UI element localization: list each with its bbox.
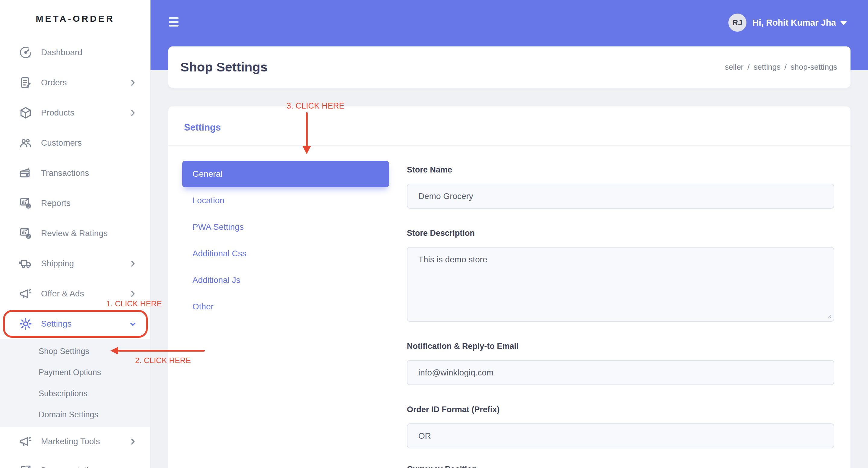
- annotation-arrow-down: [306, 112, 308, 147]
- submenu-item-domain-settings[interactable]: Domain Settings: [0, 404, 150, 425]
- page-title: Shop Settings: [180, 60, 268, 74]
- submenu-item-subscriptions[interactable]: Subscriptions: [0, 383, 150, 404]
- orders-clipboard-icon: [19, 76, 33, 90]
- sidebar-item-label: Reports: [41, 198, 70, 208]
- tab-general[interactable]: General: [182, 161, 389, 187]
- caret-down-icon: [840, 21, 847, 25]
- breadcrumb-separator: /: [747, 62, 749, 72]
- store-name-label: Store Name: [407, 165, 834, 175]
- customers-people-icon: [19, 136, 33, 150]
- sidebar-item-marketing-tools[interactable]: Marketing Tools: [0, 427, 150, 456]
- external-link-icon: [19, 464, 33, 468]
- store-description-label: Store Description: [407, 228, 834, 238]
- chevron-right-icon: [129, 109, 137, 117]
- settings-submenu: Shop Settings Payment Options Subscripti…: [0, 339, 150, 427]
- sidebar-item-label: Customers: [41, 138, 82, 148]
- chevron-right-icon: [129, 438, 137, 446]
- annotation-arrow-left: [118, 350, 205, 352]
- chevron-right-icon: [129, 79, 137, 87]
- notification-email-label: Notification & Reply-to Email: [407, 342, 834, 351]
- sidebar-item-label: Marketing Tools: [41, 437, 100, 446]
- chevron-right-icon: [129, 290, 137, 298]
- store-description-textarea[interactable]: This is demo store: [407, 247, 834, 322]
- breadcrumb-shop-settings[interactable]: shop-settings: [790, 62, 837, 72]
- settings-tabs: General Location PWA Settings Additional…: [182, 161, 389, 320]
- sidebar-item-customers[interactable]: Customers: [0, 128, 150, 158]
- sidebar-item-label: Transactions: [41, 168, 89, 178]
- sidebar-item-label: Dashboard: [41, 48, 82, 57]
- sidebar-item-label: Orders: [41, 78, 67, 88]
- annotation-step2-label: 2. CLICK HERE: [135, 356, 191, 365]
- transactions-card-icon: [19, 166, 33, 180]
- shipping-truck-icon: [19, 257, 33, 271]
- main-area: RJ Hi, Rohit Kumar Jha Shop Settings sel…: [150, 0, 868, 468]
- store-name-input[interactable]: [407, 184, 834, 209]
- sidebar-item-documentation[interactable]: Documentation: [0, 456, 150, 468]
- user-greeting: Hi, Rohit Kumar Jha: [752, 18, 836, 28]
- offer-ads-megaphone-icon: [19, 287, 33, 301]
- tab-additional-js[interactable]: Additional Js: [182, 267, 389, 293]
- sidebar-item-products[interactable]: Products: [0, 98, 150, 128]
- breadcrumb-settings[interactable]: settings: [754, 62, 781, 72]
- sidebar-item-label: Products: [41, 108, 74, 118]
- sidebar-item-label: Offer & Ads: [41, 289, 84, 299]
- user-menu[interactable]: RJ Hi, Rohit Kumar Jha: [728, 13, 847, 32]
- sidebar-item-reports[interactable]: Reports: [0, 188, 150, 218]
- hamburger-menu-icon[interactable]: [169, 17, 179, 29]
- annotation-arrow-down-head: [303, 146, 311, 154]
- sidebar-item-orders[interactable]: Orders: [0, 67, 150, 98]
- submenu-item-payment-options[interactable]: Payment Options: [0, 362, 150, 383]
- review-ratings-chart-icon: [19, 226, 33, 240]
- products-box-icon: [19, 106, 33, 120]
- breadcrumb-separator: /: [784, 62, 786, 72]
- sidebar-item-shipping[interactable]: Shipping: [0, 248, 150, 279]
- breadcrumb-seller[interactable]: seller: [725, 62, 743, 72]
- notification-email-input[interactable]: [407, 360, 834, 385]
- page-title-card: Shop Settings seller / settings / shop-s…: [168, 46, 850, 88]
- general-settings-form: Store Name Store Description This is dem…: [407, 165, 834, 468]
- marketing-tools-megaphone-icon: [19, 435, 33, 448]
- app-logo-text: META-ORDER: [36, 13, 114, 24]
- reports-chart-icon: [19, 196, 33, 210]
- sidebar-item-transactions[interactable]: Transactions: [0, 158, 150, 188]
- avatar: RJ: [728, 13, 746, 32]
- settings-card: Settings General Location PWA Settings A…: [168, 106, 850, 468]
- tab-additional-css[interactable]: Additional Css: [182, 240, 389, 267]
- tab-other[interactable]: Other: [182, 293, 389, 320]
- tab-location[interactable]: Location: [182, 187, 389, 214]
- dashboard-gauge-icon: [19, 45, 33, 59]
- sidebar-item-review-ratings[interactable]: Review & Ratings: [0, 218, 150, 248]
- tab-pwa-settings[interactable]: PWA Settings: [182, 214, 389, 240]
- annotation-step1-label: 1. CLICK HERE: [106, 299, 162, 309]
- sidebar-item-label: Documentation: [41, 466, 98, 468]
- breadcrumb: seller / settings / shop-settings: [725, 62, 837, 72]
- app-logo[interactable]: META-ORDER: [0, 0, 150, 37]
- order-id-format-label: Order ID Format (Prefix): [407, 405, 834, 414]
- annotation-arrow-left-head: [111, 347, 118, 354]
- settings-card-title: Settings: [184, 122, 221, 133]
- divider: [168, 145, 850, 146]
- currency-position-label: Currency Position: [407, 465, 834, 468]
- chevron-right-icon: [129, 260, 137, 268]
- sidebar: META-ORDER Dashboard Orders Products Cus…: [0, 0, 150, 468]
- annotation-step3-label: 3. CLICK HERE: [286, 101, 344, 111]
- resize-grip-icon[interactable]: [826, 313, 832, 319]
- order-id-format-input[interactable]: [407, 424, 834, 448]
- annotation-highlight-box: [3, 310, 148, 338]
- sidebar-item-label: Shipping: [41, 259, 74, 269]
- sidebar-item-dashboard[interactable]: Dashboard: [0, 37, 150, 67]
- sidebar-item-label: Review & Ratings: [41, 228, 108, 238]
